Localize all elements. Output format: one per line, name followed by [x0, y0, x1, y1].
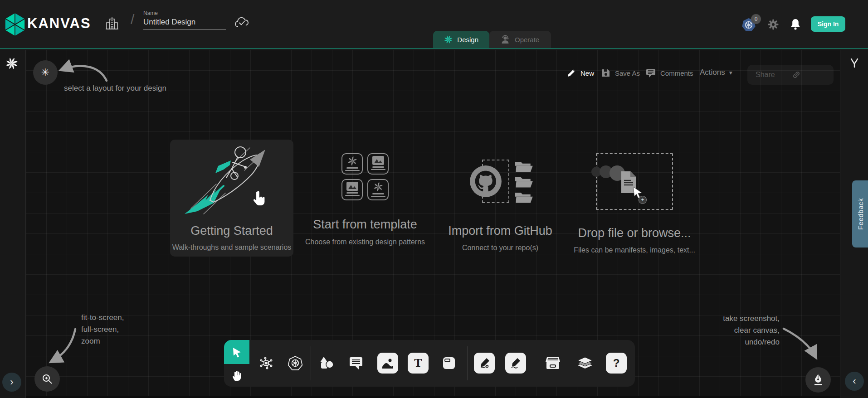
screenshot-hint-text: take screenshot, clear canvas, undo/redo: [723, 313, 780, 348]
actions-dropdown[interactable]: Actions ▾: [700, 68, 732, 77]
dropzone-illustration: +: [596, 153, 673, 210]
cloud-sync-icon: [234, 16, 250, 29]
dock-divider: [534, 346, 534, 380]
image-tool-button[interactable]: [377, 353, 398, 374]
dock-divider: [251, 346, 251, 380]
zoom-hint-text: fit-to-screen, full-screen, zoom: [81, 312, 124, 347]
dock-divider: [467, 346, 468, 380]
card-title: Import from GitHub: [448, 224, 552, 238]
design-name-input[interactable]: [143, 16, 226, 30]
pen-nib-icon: [813, 374, 824, 386]
folder-icon: [514, 160, 535, 173]
kubernetes-tool-button[interactable]: [285, 353, 306, 374]
card-subtitle: Walk-throughs and sample scenarios: [172, 243, 292, 252]
chevron-right-icon: ›: [10, 376, 13, 388]
share-link-icon: [791, 70, 801, 80]
card-title: Start from template: [313, 218, 417, 232]
plus-icon: +: [641, 197, 644, 203]
template-thumb-spiral: [341, 153, 363, 175]
actions-label: Actions: [700, 68, 725, 77]
breadcrumb-separator: /: [131, 12, 134, 27]
organization-icon[interactable]: [105, 16, 119, 32]
horizontal-scrollbar[interactable]: [26, 396, 840, 398]
card-start-from-template[interactable]: Start from template Choose from existing…: [298, 153, 432, 246]
new-button[interactable]: New: [566, 68, 594, 78]
tab-operate[interactable]: Operate: [489, 31, 551, 48]
card-subtitle: Files can be manifests, images, text...: [574, 246, 695, 254]
comments-button[interactable]: Comments: [645, 68, 693, 78]
template-thumb-image: [367, 153, 389, 175]
logo-wordmark: KANVAS: [27, 15, 91, 32]
component-chip-icon: [259, 356, 273, 370]
hint-line: zoom: [81, 335, 124, 347]
settings-gear-icon[interactable]: [767, 19, 779, 30]
design-spiral-icon: [444, 34, 453, 44]
hint-line: clear canvas,: [723, 325, 780, 336]
text-tool-icon: T: [414, 356, 422, 370]
github-illustration: [463, 153, 537, 208]
note-icon: [442, 356, 456, 370]
hint-line: undo/redo: [723, 336, 780, 348]
layout-selector-button[interactable]: ✳: [33, 60, 58, 85]
tool-dock: T: [224, 340, 635, 387]
pan-tool-button[interactable]: [224, 364, 249, 387]
component-tool-button[interactable]: [256, 353, 277, 374]
context-count-badge: 0: [751, 14, 761, 24]
select-tool-button[interactable]: [224, 340, 249, 364]
hint-line: take screenshot,: [723, 313, 780, 325]
tab-design-label: Design: [457, 36, 478, 44]
feedback-tab[interactable]: Feedback: [852, 180, 868, 248]
text-tool-button[interactable]: T: [408, 353, 429, 374]
rocket-doodle-illustration: [178, 142, 285, 220]
help-tool-button[interactable]: ?: [606, 353, 627, 374]
card-subtitle: Choose from existing design patterns: [305, 238, 425, 246]
design-canvas[interactable]: ✳ select a layout for your design New Sa…: [26, 50, 840, 398]
dock-divider: [311, 346, 311, 380]
pencil-new-icon: [566, 68, 576, 78]
app-header: KANVAS / Name: [0, 0, 868, 49]
shapes-tool-button[interactable]: [316, 353, 337, 374]
sign-in-button[interactable]: Sign In: [811, 16, 845, 32]
pencil-tool-button[interactable]: [505, 353, 526, 374]
template-thumbnails: [341, 153, 389, 200]
merge-y-icon[interactable]: [848, 57, 860, 69]
note-tool-button[interactable]: [439, 353, 459, 374]
layers-tool-button[interactable]: [575, 353, 595, 374]
drawer-icon: [545, 356, 561, 370]
folder-icon: [514, 175, 535, 189]
card-import-github[interactable]: Import from GitHub Connect to your repo(…: [432, 153, 568, 252]
name-label: Name: [143, 10, 226, 16]
layout-hint-text: select a layout for your design: [64, 83, 166, 94]
zoom-button[interactable]: [34, 366, 60, 392]
cursor-arrow-icon: [231, 346, 243, 358]
card-getting-started[interactable]: Getting Started Walk-throughs and sample…: [170, 140, 293, 257]
help-icon: ?: [613, 357, 620, 369]
kubernetes-wheel-icon: [288, 356, 302, 370]
card-drop-file[interactable]: + Drop file or browse... Files can be ma…: [562, 153, 707, 254]
card-subtitle: Connect to your repo(s): [462, 244, 538, 252]
share-button[interactable]: Share: [747, 65, 834, 85]
left-sidebar: ›: [0, 50, 26, 398]
tab-design[interactable]: Design: [433, 31, 489, 48]
github-octocat-icon: [469, 165, 502, 198]
magnifier-plus-icon: [41, 373, 53, 385]
drawer-tool-button[interactable]: [542, 353, 563, 374]
comment-tool-button[interactable]: [346, 353, 366, 374]
share-label: Share: [756, 71, 775, 79]
caret-down-icon: ▾: [729, 69, 732, 76]
pen-tool-button[interactable]: [474, 353, 495, 374]
annotate-button[interactable]: [805, 367, 831, 393]
kanvas-logo-icon: [4, 12, 26, 37]
notifications-bell-icon[interactable]: [790, 18, 801, 31]
hint-line: full-screen,: [81, 324, 124, 335]
comments-icon: [645, 68, 656, 78]
expand-left-panel-button[interactable]: ›: [2, 373, 21, 392]
asterisk-icon: ✳: [41, 67, 49, 78]
feedback-label: Feedback: [857, 198, 864, 230]
comment-icon: [349, 356, 363, 370]
save-as-button[interactable]: Save As: [601, 68, 640, 78]
pen-path-icon: [478, 357, 490, 369]
tab-operate-label: Operate: [515, 36, 539, 44]
meshery-spiral-icon[interactable]: [5, 57, 18, 70]
collapse-right-panel-button[interactable]: ‹: [845, 372, 864, 391]
